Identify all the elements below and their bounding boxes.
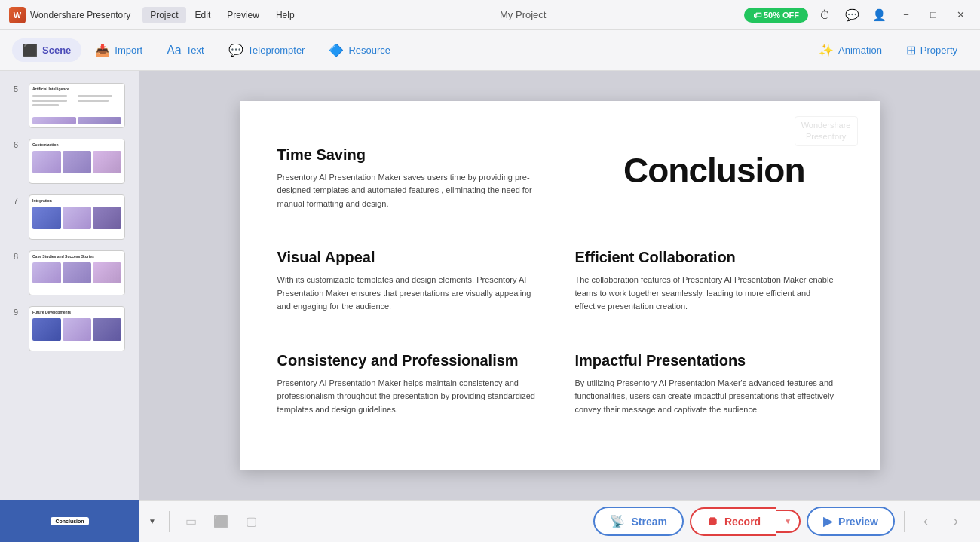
toolbar: ⬛ Scene 📥 Import Aa Text 💬 Teleprompter …: [0, 30, 980, 71]
slide-item-5[interactable]: 5 Artificial Intelligence: [6, 78, 133, 133]
slide-thumb-5: Artificial Intelligence: [29, 83, 125, 128]
titlebar-nav: Project Edit Preview Help: [142, 7, 302, 23]
thumb-title-7: Integration: [32, 198, 121, 203]
nav-edit[interactable]: Edit: [188, 7, 219, 23]
slide-num-8: 8: [14, 250, 23, 261]
block-efficient-collab: Efficient Collaboration The collaboratio…: [575, 249, 843, 337]
slide-watermark: Wondershare Presentory: [795, 116, 858, 147]
block-text-6: By utilizing Presentory AI Presentation …: [575, 377, 843, 417]
record-button[interactable]: ⏺ Record: [690, 507, 776, 536]
import-label: Import: [115, 44, 142, 56]
animation-icon: ✨: [819, 43, 834, 57]
slide-item-8[interactable]: 8 Case Studies and Success Stories: [6, 246, 133, 300]
separator-2: [904, 511, 905, 532]
block-consistency: Consistency and Professionalism Presento…: [277, 352, 545, 440]
record-dropdown[interactable]: ▼: [776, 510, 801, 533]
chat-icon[interactable]: 💬: [841, 5, 862, 26]
block-text-5: Presentory AI Presentation Maker helps m…: [277, 377, 545, 417]
block-title-6: Impactful Presentations: [575, 352, 843, 369]
block-visual-appeal: Visual Appeal With its customizable temp…: [277, 249, 545, 337]
app-brand: Wondershare Presentory: [30, 10, 130, 20]
nav-preview[interactable]: Preview: [219, 7, 267, 23]
record-chevron-icon: ▼: [784, 517, 792, 525]
thumb-title-5: Artificial Intelligence: [32, 87, 121, 91]
canvas-area[interactable]: Wondershare Presentory Conclusion Time S…: [139, 71, 980, 500]
resource-icon: 🔷: [329, 43, 344, 57]
minimize-button[interactable]: −: [896, 5, 917, 26]
thumb-title-8: Case Studies and Success Stories: [32, 254, 121, 259]
animation-button[interactable]: ✨ Animation: [808, 38, 893, 62]
slide-item-6[interactable]: 6 Customization: [6, 134, 133, 188]
record-group: ⏺ Record ▼: [690, 507, 801, 536]
preview-button[interactable]: ▶ Preview: [807, 507, 895, 536]
scene-icon: ⬛: [23, 43, 38, 57]
nav-next-arrow[interactable]: ›: [944, 510, 968, 534]
block-title-5: Consistency and Professionalism: [277, 352, 545, 369]
block-title-4: Efficient Collaboration: [575, 249, 843, 266]
screen-layout1-button[interactable]: ▭: [179, 510, 203, 534]
slide-num-9: 9: [14, 306, 23, 317]
property-label: Property: [920, 44, 957, 56]
close-button[interactable]: ✕: [950, 5, 971, 26]
logo-letter: W: [14, 11, 21, 20]
preview-label: Preview: [838, 516, 878, 528]
text-button[interactable]: Aa Text: [156, 39, 214, 62]
text-label: Text: [186, 44, 204, 56]
slide-item-9[interactable]: 9 Future Developments: [6, 302, 133, 356]
slide-num-6: 6: [14, 139, 23, 149]
slide-num-7: 7: [14, 194, 23, 205]
discount-button[interactable]: 🏷 50% OFF: [744, 8, 808, 23]
block-title-3: Visual Appeal: [277, 249, 545, 266]
stream-button[interactable]: 📡 Stream: [593, 507, 683, 536]
app-logo-icon: W: [9, 7, 26, 23]
scene-label: Scene: [42, 44, 71, 56]
nav-prev-arrow[interactable]: ‹: [914, 510, 938, 534]
teleprompter-button[interactable]: 💬 Teleprompter: [218, 38, 316, 62]
slide-thumb-8: Case Studies and Success Stories: [29, 250, 125, 295]
import-button[interactable]: 📥 Import: [84, 38, 153, 62]
stream-icon: 📡: [610, 514, 625, 528]
slide-num-5: 5: [14, 83, 23, 93]
slide-item-7[interactable]: 7 Integration: [6, 190, 133, 244]
resource-button[interactable]: 🔷 Resource: [318, 38, 401, 62]
record-icon: ⏺: [706, 515, 718, 528]
text-icon: Aa: [167, 44, 182, 57]
slide-thumb-7: Integration: [29, 194, 125, 240]
thumb-title-6: Customization: [32, 142, 121, 147]
block-text-3: With its customizable templates and desi…: [277, 274, 545, 314]
nav-help[interactable]: Help: [268, 7, 302, 23]
slide-thumb-9: Future Developments: [29, 306, 125, 351]
app-logo: W Wondershare Presentory: [9, 7, 130, 23]
active-slide-thumb: Conclusion: [51, 517, 88, 525]
bottom-bar: 🎤 ▼ 🔊 ▼ 🛡 ▼ ▭ ⬛ ▢ 📡 Stream ⏺ Record ▼ ▶ …: [0, 500, 980, 542]
block-time-saving: Time Saving Presentory AI Presentation M…: [277, 146, 545, 234]
project-title: My Project: [302, 9, 744, 20]
import-icon: 📥: [95, 43, 110, 57]
active-slide-indicator[interactable]: Conclusion: [0, 500, 139, 542]
scene-button[interactable]: ⬛ Scene: [12, 38, 81, 62]
slide-panel: 5 Artificial Intelligence: [0, 71, 139, 500]
user-icon[interactable]: 👤: [868, 5, 890, 26]
nav-project[interactable]: Project: [142, 7, 185, 23]
record-label: Record: [724, 516, 761, 528]
screen-layout3-button[interactable]: ▢: [239, 510, 263, 534]
block-impactful: Impactful Presentations By utilizing Pre…: [575, 352, 843, 440]
preview-icon: ▶: [823, 514, 832, 528]
shield-dropdown[interactable]: ▼: [145, 510, 160, 534]
teleprompter-icon: 💬: [228, 43, 243, 57]
slide-canvas: Wondershare Presentory Conclusion Time S…: [240, 101, 880, 470]
maximize-button[interactable]: □: [923, 5, 944, 26]
main-layout: 5 Artificial Intelligence: [0, 71, 980, 500]
property-icon: ⊞: [906, 43, 916, 57]
titlebar-actions: 🏷 50% OFF ⏱ 💬 👤 − □ ✕: [744, 5, 971, 26]
resource-label: Resource: [348, 44, 390, 56]
screen-layout2-button[interactable]: ⬛: [209, 510, 233, 534]
block-title-1: Time Saving: [277, 146, 545, 164]
thumb-title-9: Future Developments: [32, 310, 121, 314]
history-icon[interactable]: ⏱: [814, 5, 835, 26]
property-button[interactable]: ⊞ Property: [896, 38, 968, 62]
separator-1: [169, 511, 170, 532]
stream-label: Stream: [631, 516, 666, 528]
titlebar: W Wondershare Presentory Project Edit Pr…: [0, 0, 980, 30]
animation-label: Animation: [838, 44, 882, 56]
